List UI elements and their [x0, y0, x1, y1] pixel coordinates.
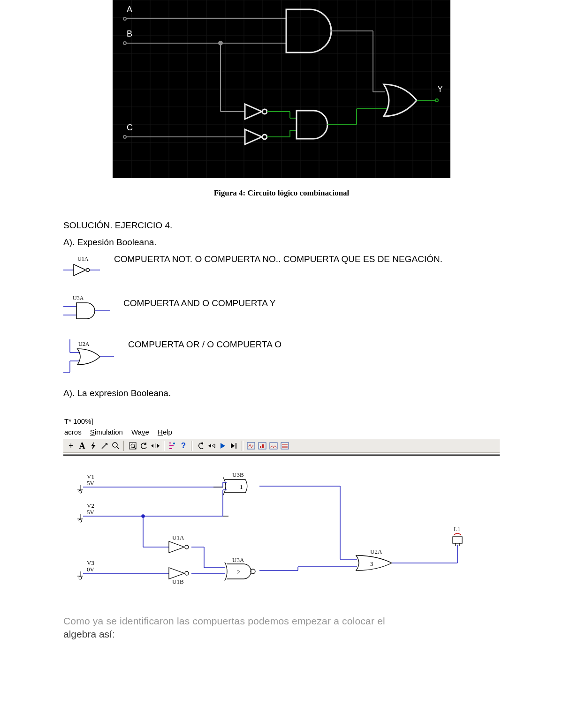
- bottom-paragraph: Como ya se identificaron las compuertas …: [63, 615, 500, 641]
- toolbar-magnifier-icon[interactable]: [110, 441, 122, 451]
- toolbar-panel2-icon[interactable]: [257, 441, 268, 451]
- and-gate-icon: U3A: [63, 294, 115, 323]
- svg-rect-79: [247, 443, 255, 449]
- svg-line-72: [117, 447, 119, 449]
- svg-point-71: [113, 443, 117, 447]
- svg-point-32: [123, 135, 126, 138]
- svg-text:U1A: U1A: [77, 255, 89, 262]
- svg-text:U2A: U2A: [78, 341, 90, 347]
- toolbar-options-icon[interactable]: [167, 441, 178, 451]
- svg-point-43: [262, 135, 267, 139]
- or-gate-u2a-icon: [356, 555, 392, 570]
- svg-text:2: 2: [237, 569, 240, 576]
- or-gate-desc: COMPUERTA OR / O COMPUERTA O: [128, 339, 282, 350]
- toolbar-undo-icon[interactable]: [138, 441, 150, 451]
- toolbar-wand-icon[interactable]: [99, 441, 110, 451]
- toolbar-skip-icon[interactable]: [228, 441, 240, 451]
- svg-line-75: [134, 447, 136, 449]
- svg-point-77: [173, 443, 175, 444]
- sim-zoom-label: T* 100%]: [64, 417, 500, 425]
- gate-row-not: U1A COMPUERTA NOT. O COMPUERTA NO.. COMP…: [63, 254, 500, 280]
- nand-gate-u3a-icon: [225, 562, 255, 581]
- svg-text:V2: V2: [87, 502, 94, 509]
- svg-text:L1: L1: [454, 525, 460, 533]
- not-gate-u1b-icon: [169, 568, 189, 579]
- sim-menubar: acros Simulation Wave Help: [63, 427, 500, 439]
- svg-text:U3A: U3A: [232, 556, 244, 563]
- toolbar-text-icon[interactable]: A: [76, 441, 88, 451]
- toolbar-help-icon[interactable]: ?: [178, 441, 189, 451]
- svg-text:5V: 5V: [87, 480, 95, 487]
- svg-text:U3B: U3B: [232, 471, 244, 478]
- toolbar-lightning-icon[interactable]: [88, 441, 99, 451]
- gate-row-or: U2A COMPUERTA OR / O COMPUERTA O: [63, 339, 500, 374]
- figure-caption: Figura 4: Circuito lógico combinacional: [63, 188, 500, 198]
- svg-point-31: [123, 42, 126, 45]
- svg-point-70: [107, 443, 107, 444]
- svg-text:5V: 5V: [87, 509, 95, 516]
- svg-text:0V: 0V: [87, 566, 95, 573]
- gate-row-and: U3A COMPUERTA AND O COMPUERTA Y: [63, 294, 500, 323]
- not-gate-u1a-icon: [169, 541, 189, 553]
- svg-point-102: [79, 577, 82, 579]
- toolbar-play-icon[interactable]: [217, 441, 228, 451]
- toolbar-zoomarea-icon[interactable]: [127, 441, 138, 451]
- svg-text:1: 1: [240, 483, 243, 490]
- svg-point-130: [185, 545, 189, 549]
- subheading-a: A). Expesión Booleana.: [63, 237, 500, 248]
- svg-point-99: [79, 519, 82, 522]
- svg-text:U1B: U1B: [172, 578, 184, 585]
- bottom-line-2: algebra así:: [63, 629, 115, 639]
- and-gate-desc: COMPUERTA AND O COMPUERTA Y: [123, 298, 275, 308]
- sim-schematic[interactable]: V1 5V V2 5V V3 0V: [63, 463, 500, 599]
- solution-heading: SOLUCIÓN. EJERCICIO 4.: [63, 220, 500, 231]
- toolbar-step-icon[interactable]: [206, 441, 217, 451]
- simulator-panel: T* 100%] acros Simulation Wave Help + A: [63, 417, 500, 599]
- circuit-diagram: A B C Y: [113, 0, 450, 178]
- toolbar-panel4-icon[interactable]: [279, 441, 290, 451]
- svg-text:V1: V1: [87, 473, 94, 480]
- toolbar-rewind-icon[interactable]: [195, 441, 206, 451]
- not-gate-c-icon: [245, 129, 267, 144]
- bottom-line-1: Como ya se identificaron las compuertas …: [63, 615, 385, 626]
- label-c: C: [127, 123, 133, 132]
- svg-point-74: [131, 444, 135, 448]
- sim-toolbar: + A ?: [63, 439, 500, 453]
- toolbar-panel1-icon[interactable]: [245, 441, 257, 451]
- svg-text:U2A: U2A: [370, 548, 382, 555]
- and-gate-top-icon: [286, 9, 331, 53]
- svg-rect-78: [236, 443, 236, 449]
- not-gate-b-icon: [245, 104, 267, 119]
- or-gate-icon: U2A: [63, 339, 120, 374]
- svg-rect-82: [262, 444, 264, 448]
- svg-text:U1A: U1A: [172, 534, 184, 541]
- svg-rect-139: [453, 537, 462, 543]
- svg-point-132: [185, 571, 189, 575]
- label-b: B: [127, 29, 132, 38]
- svg-text:3: 3: [370, 560, 373, 567]
- subheading-a2: A). La expresion Booleana.: [63, 388, 500, 398]
- svg-point-96: [79, 490, 82, 493]
- toolbar-lr-arrows-icon[interactable]: [150, 441, 161, 451]
- menu-macros[interactable]: acros: [64, 428, 82, 436]
- toolbar-panel3-icon[interactable]: [268, 441, 279, 451]
- svg-rect-84: [281, 443, 289, 449]
- and-gate-u3b-icon: [213, 477, 247, 516]
- svg-point-42: [262, 109, 267, 114]
- lamp-l1-icon: [453, 533, 462, 546]
- svg-point-30: [123, 17, 126, 20]
- menu-simulation[interactable]: Simulation: [90, 428, 123, 436]
- menu-help[interactable]: Help: [158, 428, 172, 436]
- toolbar-plus-icon[interactable]: +: [65, 441, 76, 451]
- svg-rect-81: [260, 446, 261, 448]
- not-gate-desc: COMPUERTA NOT. O COMPUERTA NO.. COMPUERT…: [114, 254, 442, 264]
- svg-text:U3A: U3A: [73, 295, 84, 301]
- svg-point-54: [435, 99, 438, 102]
- menu-wave[interactable]: Wave: [131, 428, 149, 436]
- svg-text:V3: V3: [87, 559, 94, 566]
- not-gate-icon: U1A: [63, 254, 106, 280]
- label-a: A: [127, 5, 132, 14]
- label-y: Y: [437, 84, 443, 94]
